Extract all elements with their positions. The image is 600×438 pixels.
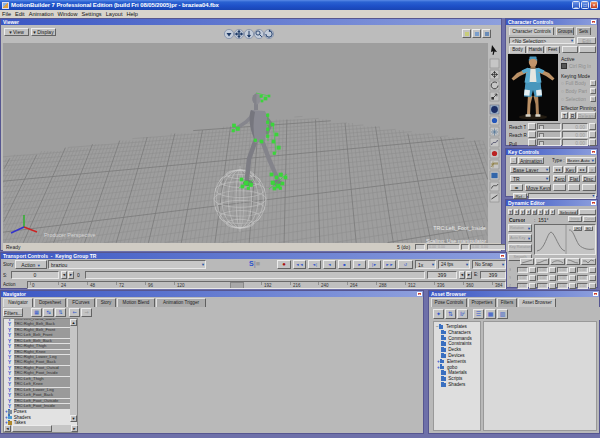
svg-text:Producer Perspective: Producer Perspective — [44, 232, 96, 238]
svg-text:TRC:Left_Foot_Inside: TRC:Left_Foot_Inside — [433, 225, 486, 231]
